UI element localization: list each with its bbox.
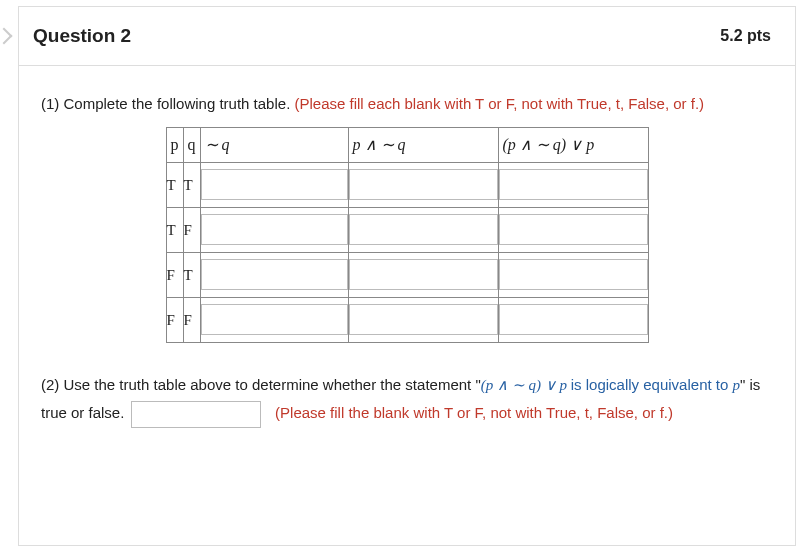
table-header-row: p q ∼ q p ∧ ∼ q (p ∧ ∼ q) ∨ p: [166, 127, 648, 162]
hdr-notq: ∼ q: [200, 127, 348, 162]
input-r3-final[interactable]: [499, 304, 648, 335]
chevron-right-icon: [0, 28, 12, 45]
cell-p: T: [166, 162, 183, 207]
table-row: T F: [166, 207, 648, 252]
cell-p: F: [166, 252, 183, 297]
cell-p: F: [166, 297, 183, 342]
input-r1-pandnotq[interactable]: [349, 214, 498, 245]
table-row: T T: [166, 162, 648, 207]
input-r2-final[interactable]: [499, 259, 648, 290]
hdr-p: p: [166, 127, 183, 162]
input-r1-notq[interactable]: [201, 214, 348, 245]
q2-prefix: (2) Use the truth table above to determi…: [41, 376, 481, 393]
expand-chevron[interactable]: [0, 28, 10, 46]
input-r3-pandnotq[interactable]: [349, 304, 498, 335]
q1-prefix: (1) Complete the following truth table.: [41, 95, 294, 112]
hdr-q: q: [183, 127, 200, 162]
cell-q: T: [183, 162, 200, 207]
input-r0-notq[interactable]: [201, 169, 348, 200]
input-r3-notq[interactable]: [201, 304, 348, 335]
question-header: Question 2 5.2 pts: [19, 7, 795, 66]
input-r0-pandnotq[interactable]: [349, 169, 498, 200]
table-row: F T: [166, 252, 648, 297]
question-card: Question 2 5.2 pts (1) Complete the foll…: [18, 6, 796, 546]
table-row: F F: [166, 297, 648, 342]
cell-q: T: [183, 252, 200, 297]
question-body: (1) Complete the following truth table. …: [19, 66, 795, 452]
q2-mid1: is logically equivalent to: [571, 376, 733, 393]
cell-q: F: [183, 207, 200, 252]
input-r2-pandnotq[interactable]: [349, 259, 498, 290]
input-q2-answer[interactable]: [131, 401, 261, 428]
hdr-pandnotq: p ∧ ∼ q: [348, 127, 498, 162]
cell-p: T: [166, 207, 183, 252]
q2-instruction: (Please fill the blank with T or F, not …: [275, 404, 673, 421]
input-r0-final[interactable]: [499, 169, 648, 200]
q2-expr: (p ∧ ∼ q) ∨ p: [481, 377, 571, 393]
cell-q: F: [183, 297, 200, 342]
question-title: Question 2: [33, 25, 131, 47]
input-r1-final[interactable]: [499, 214, 648, 245]
q1-prompt: (1) Complete the following truth table. …: [41, 90, 773, 119]
question-points: 5.2 pts: [720, 27, 771, 45]
truth-table: p q ∼ q p ∧ ∼ q (p ∧ ∼ q) ∨ p T T T F: [166, 127, 649, 343]
input-r2-notq[interactable]: [201, 259, 348, 290]
q1-instruction: (Please fill each blank with T or F, not…: [294, 95, 704, 112]
hdr-final: (p ∧ ∼ q) ∨ p: [498, 127, 648, 162]
q2-p: p: [733, 377, 741, 393]
q2-prompt: (2) Use the truth table above to determi…: [41, 371, 773, 428]
